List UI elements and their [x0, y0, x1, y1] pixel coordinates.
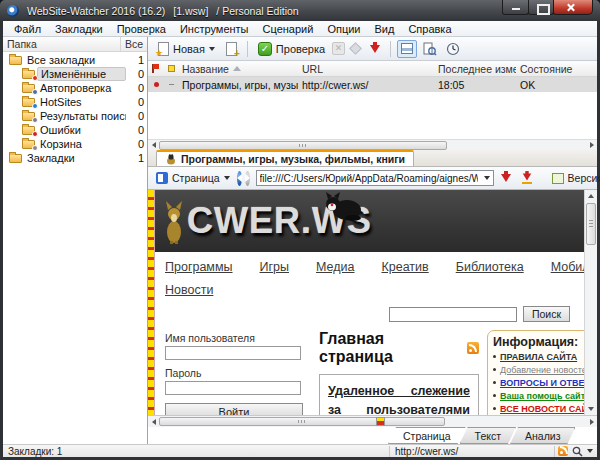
tab-страница[interactable]: Страница — [388, 427, 466, 444]
flag-column-header[interactable] — [148, 64, 164, 73]
folders-header-folder[interactable]: Папка — [3, 37, 121, 51]
info-link[interactable]: ПРАВИЛА САЙТА — [500, 351, 577, 364]
login-button[interactable]: Войти — [165, 403, 303, 415]
window-title-file: [1.wsw] — [173, 5, 208, 17]
new-item-button[interactable]: + — [222, 40, 241, 58]
column-last-change[interactable]: Последнее изменение — [434, 63, 516, 75]
back-button[interactable] — [237, 171, 242, 186]
nav-link-3[interactable]: Креатив — [381, 260, 428, 274]
scroll-left-icon[interactable] — [148, 416, 159, 427]
folder-label: Ошибки — [37, 124, 126, 136]
menu-item-3[interactable]: Инструменты — [173, 22, 256, 36]
page-menu-button[interactable]: Страница — [152, 170, 234, 186]
history-toggle-button[interactable] — [443, 40, 463, 58]
layout-toggle-button[interactable] — [397, 40, 417, 58]
site-header: CWER.WS — [155, 190, 584, 252]
bullet-icon — [493, 407, 496, 410]
table-row[interactable]: Программы, игры, музыка, фил...http://cw… — [148, 77, 597, 92]
maximize-button[interactable] — [528, 0, 554, 15]
status-zoom-icon[interactable] — [572, 446, 583, 457]
minimize-button[interactable] — [502, 0, 529, 15]
download-button[interactable] — [366, 43, 384, 55]
page-horizontal-scrollbar[interactable] — [148, 415, 597, 427]
menu-item-4[interactable]: Сценарий — [256, 22, 321, 36]
version-button[interactable]: Версия — [548, 170, 600, 186]
forward-button[interactable] — [245, 171, 250, 186]
menu-item-0[interactable]: Файл — [7, 22, 48, 36]
highlight-colors-icon[interactable] — [376, 417, 385, 426]
article-box: Удаленное слежение за пользователями ком… — [319, 374, 479, 415]
status-rss-icon[interactable] — [558, 446, 568, 456]
changed-dot-icon — [154, 82, 159, 87]
address-dropdown-icon[interactable] — [484, 176, 490, 180]
folders-header-all[interactable]: Все — [121, 37, 147, 51]
title-bar[interactable]: WebSite-Watcher 2016 (16.2) [1.wsw] / Pe… — [0, 0, 600, 21]
folder-closed-icon — [7, 152, 24, 164]
tab-текст[interactable]: Текст — [460, 427, 516, 444]
nav-link-4[interactable]: Библиотека — [456, 260, 524, 274]
tab-анализ[interactable]: Анализ — [510, 427, 575, 444]
info-link[interactable]: Добавление новостей — [500, 364, 584, 377]
address-input[interactable] — [257, 173, 481, 184]
folder-row-5[interactable]: Ошибки0 — [3, 123, 147, 137]
browser-tab[interactable]: Программы, игры, музыка, фильмы, книги — [156, 150, 414, 166]
username-field[interactable] — [165, 346, 301, 360]
column-name[interactable]: Название — [178, 63, 298, 75]
folder-row-7[interactable]: Закладки1 — [3, 151, 147, 165]
download-page-button[interactable] — [497, 172, 515, 184]
menu-item-6[interactable]: Вид — [367, 22, 401, 36]
folder-row-0[interactable]: Все закладки1 — [3, 53, 147, 67]
folder-label: Все закладки — [24, 54, 126, 66]
menu-item-5[interactable]: Опции — [320, 22, 367, 36]
scrollbar-thumb[interactable] — [586, 203, 596, 245]
address-bar[interactable] — [256, 170, 494, 186]
back-icon — [237, 174, 242, 182]
nav-link-5[interactable]: Мобильные — [551, 260, 584, 274]
info-link[interactable]: Ваша помощь сайту — [500, 390, 584, 403]
scrollbar-thumb[interactable] — [159, 141, 447, 150]
nav-link-2[interactable]: Медиа — [316, 260, 354, 274]
scroll-left-icon[interactable] — [148, 140, 159, 151]
nav-link-row2-0[interactable]: Новости — [165, 283, 213, 297]
new-bookmark-button[interactable]: ★ Новая — [154, 40, 219, 58]
column-name-label: Название — [182, 63, 229, 75]
login-form: Имя пользователя Пароль Войти Восстанови… — [165, 330, 311, 415]
preview-toggle-button[interactable] — [420, 40, 440, 58]
search-button[interactable]: Поиск — [523, 306, 570, 322]
folder-row-4[interactable]: Результаты поиска0 — [3, 109, 147, 123]
menu-item-7[interactable]: Справка — [401, 22, 458, 36]
folder-row-2[interactable]: Автопроверка0 — [3, 81, 147, 95]
search-input[interactable] — [389, 307, 517, 322]
scroll-down-icon[interactable] — [585, 403, 597, 415]
page-vertical-scrollbar[interactable] — [584, 190, 597, 415]
column-state[interactable]: Состояние — [516, 63, 597, 75]
nav-link-1[interactable]: Игры — [260, 260, 289, 274]
scroll-up-icon[interactable] — [585, 190, 597, 202]
article-title-link[interactable]: Удаленное слежение за пользователями ком… — [328, 382, 470, 415]
change-marker-strip — [148, 190, 155, 415]
menu-item-2[interactable]: Проверка — [110, 22, 173, 36]
folder-row-1[interactable]: Изменённые0 — [3, 67, 147, 81]
scroll-right-icon[interactable] — [586, 416, 597, 427]
list-horizontal-scrollbar[interactable] — [148, 139, 597, 150]
nav-link-0[interactable]: Программы — [165, 260, 233, 274]
password-field[interactable] — [165, 381, 301, 395]
cell-url: http://cwer.ws/ — [298, 79, 434, 91]
icon-column-header[interactable] — [164, 65, 178, 72]
site-favicon — [165, 153, 177, 165]
info-link[interactable]: ВСЕ НОВОСТИ САЙТА — [500, 403, 584, 415]
column-url[interactable]: URL — [298, 63, 434, 75]
status-zoom-dropdown-icon[interactable] — [587, 449, 593, 453]
info-link[interactable]: ВОПРОСЫ И ОТВЕТЫ — [500, 377, 584, 390]
password-label: Пароль — [165, 367, 311, 379]
folder-open-icon — [7, 54, 24, 66]
scroll-right-icon[interactable] — [586, 140, 597, 151]
scrollbar-thumb[interactable] — [159, 417, 445, 426]
close-button[interactable] — [553, 0, 593, 15]
menu-item-1[interactable]: Закладки — [48, 22, 110, 36]
download-save-button[interactable] — [518, 171, 536, 186]
folder-row-6[interactable]: Корзина0 — [3, 137, 147, 151]
rss-icon[interactable] — [467, 342, 479, 354]
folder-row-3[interactable]: HotSites0 — [3, 95, 147, 109]
check-button[interactable]: ✓ Проверка — [254, 40, 329, 58]
